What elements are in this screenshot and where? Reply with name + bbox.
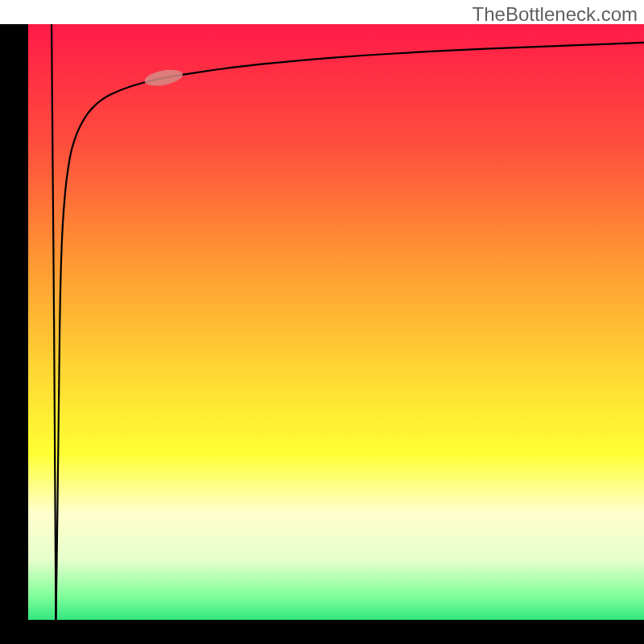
bottleneck-chart <box>0 24 644 644</box>
watermark-text: TheBottleneck.com <box>473 3 638 26</box>
chart-svg <box>0 24 644 644</box>
y-axis <box>0 24 28 644</box>
plot-background <box>28 24 644 620</box>
x-axis <box>0 620 644 644</box>
